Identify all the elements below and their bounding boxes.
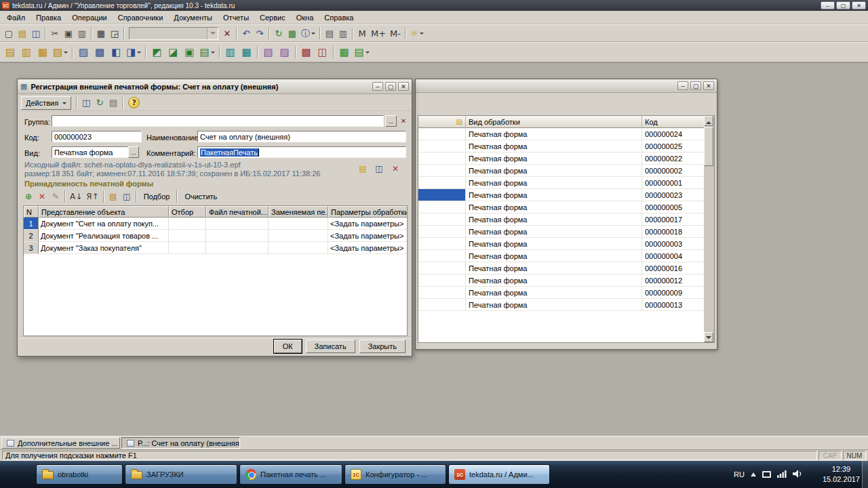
- table-row[interactable]: Печатная форма 000000016: [418, 262, 705, 274]
- vertical-scrollbar[interactable]: [704, 115, 715, 343]
- debt-report-icon[interactable]: ▤: [197, 44, 216, 60]
- tip-of-day-icon[interactable]: ☼: [408, 26, 426, 40]
- copy-icon[interactable]: ▣: [62, 26, 75, 40]
- history-icon[interactable]: ▥: [336, 26, 350, 40]
- clear-selection-icon[interactable]: ✕: [220, 26, 234, 40]
- volume-icon[interactable]: [793, 470, 803, 479]
- table-row[interactable]: 3 Документ "Заказ покупателя" <Задать па…: [24, 242, 407, 254]
- name-field[interactable]: Счет на оплату (внешняя): [197, 131, 406, 142]
- close-button[interactable]: ✕: [852, 1, 866, 9]
- clear-button[interactable]: Очистить: [180, 190, 222, 203]
- delete-row-icon[interactable]: ✕: [35, 190, 49, 203]
- go-to-icon[interactable]: ▤: [106, 96, 120, 110]
- table-row[interactable]: Печатная форма 000000013: [418, 299, 705, 311]
- table-row[interactable]: Печатная форма 000000012: [418, 274, 705, 287]
- price-report-icon[interactable]: ◩: [149, 44, 165, 60]
- events-icon[interactable]: ◫: [315, 44, 331, 60]
- new-document-icon[interactable]: ▢: [2, 26, 16, 40]
- price-types-icon[interactable]: ▤: [2, 44, 18, 60]
- save-record-icon[interactable]: ◫: [79, 96, 93, 110]
- taskbar-item-obrabotki[interactable]: obrabotki: [36, 464, 123, 485]
- minimize-button[interactable]: –: [372, 82, 383, 91]
- open-source-file-icon[interactable]: ▤: [357, 163, 369, 175]
- taskbar-item-browser[interactable]: Пакетная печать ...: [239, 464, 342, 485]
- maximize-button[interactable]: ▢: [690, 81, 701, 90]
- menu-item[interactable]: Документы: [168, 12, 218, 23]
- menu-item[interactable]: Операции: [66, 12, 112, 23]
- print-icon[interactable]: ▦: [94, 26, 108, 40]
- values-table-icon[interactable]: ▦: [285, 26, 299, 40]
- group-field[interactable]: [52, 115, 384, 127]
- quick-selection-combo[interactable]: [129, 27, 218, 40]
- table-row[interactable]: 2 Документ "Реализация товаров ... <Зада…: [24, 230, 407, 242]
- table-settings-icon[interactable]: ▦: [336, 44, 353, 60]
- info-icon[interactable]: ⓘ: [299, 26, 317, 40]
- sales-report-icon[interactable]: ◪: [165, 44, 181, 60]
- save-icon[interactable]: ◫: [29, 26, 43, 40]
- menu-item[interactable]: Окна: [291, 12, 319, 23]
- table-row[interactable]: Печатная форма 000000003: [418, 238, 705, 250]
- hidden-icons-icon[interactable]: [751, 470, 756, 476]
- window-tab[interactable]: Дополнительные внешние ...: [1, 437, 120, 449]
- maximize-button[interactable]: ▢: [385, 82, 396, 91]
- pick-button[interactable]: Подбор: [139, 190, 175, 203]
- group-clear-icon[interactable]: ✕: [398, 115, 409, 127]
- table-row[interactable]: Печатная форма 000000005: [418, 201, 705, 214]
- scroll-down-button[interactable]: [704, 332, 713, 342]
- kind-field[interactable]: Печатная форма: [52, 146, 128, 158]
- column-header-kind[interactable]: Вид обработки: [466, 116, 642, 128]
- window-tab[interactable]: Р...: Счет на оплату (внешняя): [121, 437, 240, 449]
- taskbar-item-configurator[interactable]: 1С Конфигуратор - ...: [344, 464, 446, 485]
- menu-item[interactable]: Справка: [319, 12, 359, 23]
- crm-icon[interactable]: ▩: [298, 44, 315, 60]
- edit-row-icon[interactable]: ✎: [49, 190, 62, 203]
- ok-button[interactable]: ОК: [274, 340, 302, 353]
- column-header-params[interactable]: Параметры обработки: [328, 206, 408, 218]
- language-indicator[interactable]: RU: [734, 470, 745, 479]
- table-row[interactable]: 1 Документ "Счет на оплату покуп... <Зад…: [24, 218, 407, 230]
- close-button[interactable]: ✕: [703, 81, 714, 90]
- kind-select-button[interactable]: ...: [128, 146, 139, 158]
- network-icon[interactable]: [777, 470, 787, 479]
- sort-asc-icon[interactable]: А↓: [68, 190, 84, 203]
- menu-item[interactable]: Отчеты: [218, 12, 254, 23]
- menu-item[interactable]: Правка: [31, 12, 66, 23]
- clock[interactable]: 12:39 15.02.2017: [823, 464, 860, 485]
- scroll-up-button[interactable]: [704, 116, 713, 126]
- help-icon[interactable]: ?: [128, 97, 140, 108]
- minimize-button[interactable]: –: [821, 1, 835, 9]
- print-preview-icon[interactable]: ◲: [108, 26, 121, 40]
- show-desktop-button[interactable]: [862, 461, 868, 488]
- list-settings-icon[interactable]: ▤: [353, 44, 372, 60]
- clear-source-file-icon[interactable]: ✕: [389, 163, 401, 175]
- group-select-button[interactable]: ...: [385, 115, 397, 127]
- cut-icon[interactable]: ✂: [48, 26, 62, 40]
- column-header-code[interactable]: Код: [642, 116, 705, 128]
- open-file-icon[interactable]: ▤: [106, 190, 120, 203]
- sort-desc-icon[interactable]: Я↑: [84, 190, 100, 203]
- menu-item[interactable]: Сервис: [254, 12, 291, 23]
- memory-recall-button[interactable]: M: [355, 26, 369, 40]
- stock-report-icon[interactable]: ▣: [181, 44, 197, 60]
- table-row[interactable]: Печатная форма 000000025: [418, 140, 705, 152]
- save-file-icon[interactable]: ◫: [120, 190, 134, 203]
- column-header-replaced[interactable]: Заменяемая пе...: [269, 206, 328, 218]
- undo-icon[interactable]: ↶: [239, 26, 253, 40]
- planning-icon[interactable]: ▧: [260, 44, 277, 60]
- open-icon[interactable]: ▤: [16, 26, 29, 40]
- maximize-button[interactable]: ▢: [836, 1, 850, 9]
- column-header-file[interactable]: Файл печатной...: [206, 206, 269, 218]
- retail-icon[interactable]: ▥: [222, 44, 239, 60]
- memory-plus-button[interactable]: M+: [369, 26, 388, 40]
- taskbar-item-zagruzki[interactable]: ЗАГРУЗКИ: [125, 464, 237, 485]
- column-header-partial[interactable]: ▤: [418, 116, 466, 128]
- comment-field[interactable]: ПакетнаяПечать: [197, 146, 406, 158]
- temp-storage-icon[interactable]: ▤: [323, 26, 336, 40]
- actions-button[interactable]: Действия: [21, 96, 71, 110]
- purchase-documents-icon[interactable]: ▨: [75, 44, 92, 60]
- menu-item[interactable]: Справочники: [113, 12, 169, 23]
- cash-documents-icon[interactable]: ◨: [124, 44, 143, 60]
- redo-icon[interactable]: ↷: [253, 26, 267, 40]
- sales-documents-icon[interactable]: ▩: [92, 44, 108, 60]
- close-button[interactable]: ✕: [398, 82, 409, 91]
